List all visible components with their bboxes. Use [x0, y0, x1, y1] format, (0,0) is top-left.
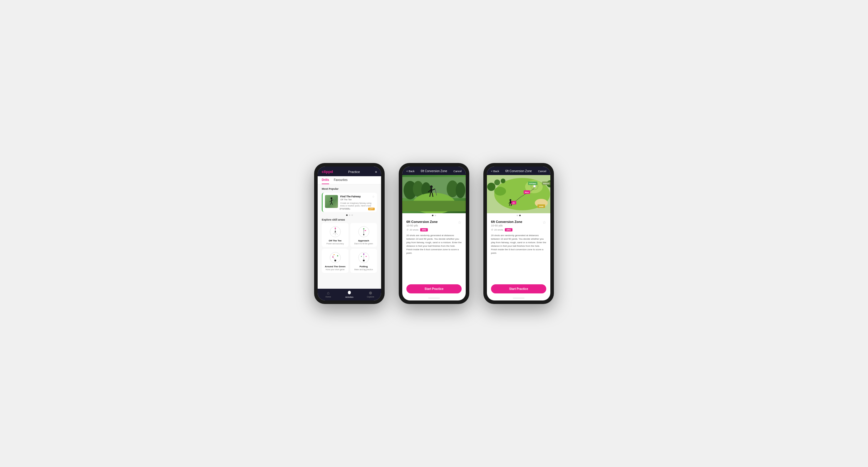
phone-1-screen: clippd Practice ≡ Drills Favourites Most… [318, 167, 381, 300]
svg-point-0 [331, 197, 332, 199]
tabs-bar: Drills Favourites [318, 176, 381, 185]
nav-home-label: Home [326, 296, 331, 298]
dot-2 [349, 214, 350, 216]
img-dot-2 [435, 215, 436, 216]
phone3-drill-title: 6ft Conversion Zone [505, 169, 532, 173]
detail-star[interactable]: ☆ [458, 220, 462, 225]
atg-icon [329, 251, 342, 264]
skill-approach-name: Approach [358, 239, 369, 242]
svg-point-7 [335, 228, 336, 229]
phone3-cancel-button[interactable]: Cancel [538, 170, 546, 173]
dot-1 [346, 214, 348, 216]
skill-card-approach[interactable]: Approach Dial-in to hit the green [350, 223, 377, 247]
skill-card-atg[interactable]: Around The Green Hone your short game [322, 249, 348, 273]
drill-photo [402, 175, 466, 213]
drill-category-tag: ARG [420, 228, 428, 231]
svg-point-15 [363, 234, 364, 235]
phone-3-screen: < Back 6ft Conversion Zone Cancel [487, 167, 550, 300]
drill-range: 10-50 yds [406, 224, 437, 227]
drill-name: Find The Fairway [340, 195, 375, 198]
phone3-shot-count: ⏱ 20 shots [491, 229, 503, 231]
phone-2: < Back 6ft Conversion Zone Cancel [399, 163, 469, 304]
tab-favourites[interactable]: Favourites [334, 176, 348, 184]
svg-point-14 [363, 228, 364, 229]
svg-point-52 [494, 179, 500, 185]
phone-3: < Back 6ft Conversion Zone Cancel [484, 163, 554, 304]
svg-point-8 [335, 231, 336, 232]
svg-point-35 [456, 182, 465, 198]
svg-line-4 [330, 202, 332, 205]
skill-putting-name: Putting [360, 265, 368, 268]
tab-drills[interactable]: Drills [322, 176, 329, 184]
back-button[interactable]: < Back [406, 170, 414, 173]
svg-text:SAND: SAND [539, 206, 544, 207]
svg-text:Hit: Hit [513, 202, 515, 204]
p3-dot-1 [517, 215, 518, 216]
home-indicator [428, 298, 440, 299]
phone3-tag: ARG [505, 228, 513, 231]
skill-approach-desc: Dial-in to hit the green [354, 243, 373, 245]
skill-card-putting[interactable]: Putting Make and lag practice [350, 249, 377, 273]
svg-point-25 [363, 260, 365, 261]
nav-capture[interactable]: ⊕ Capture [360, 291, 381, 298]
svg-text:ROUGH: ROUGH [543, 183, 550, 185]
phone3-star[interactable]: ☆ [542, 220, 546, 225]
phone3-image-dots [487, 213, 550, 218]
drill-star[interactable]: ☆ [372, 195, 375, 198]
home-icon: ⌂ [327, 291, 330, 295]
golfer-silhouette [329, 197, 334, 206]
svg-rect-40 [431, 188, 432, 193]
nav-activities[interactable]: Activities [339, 291, 360, 298]
skill-ott-desc: Power and accuracy [327, 243, 344, 245]
phone3-drill-info: 6ft Conversion Zone 10-50 yds ☆ ⏱ 20 sho… [487, 218, 550, 257]
drill-category: Off The Tee [340, 198, 375, 201]
svg-point-26 [363, 254, 364, 255]
svg-point-50 [494, 187, 506, 196]
golf-photo-svg [402, 175, 466, 213]
nav-activities-label: Activities [345, 296, 353, 298]
phones-container: clippd Practice ≡ Drills Favourites Most… [314, 163, 554, 304]
nav-capture-label: Capture [367, 296, 374, 298]
phone3-drill-name: 6ft Conversion Zone [491, 220, 522, 224]
featured-drill-card[interactable]: Find The Fairway Off The Tee Create an i… [322, 193, 377, 212]
drill-header-title: 6ft Conversion Zone [421, 169, 447, 173]
phone3-start-practice-button[interactable]: Start Practice [491, 284, 546, 293]
drill-detail-name: 6ft Conversion Zone [406, 220, 437, 224]
phone3-content: Miss Hit FAIRWAY ROUGH SAND [487, 175, 550, 281]
drill-thumbnail [325, 195, 338, 208]
img-dot-1 [432, 215, 433, 216]
phone3-drill-range: 10-50 yds [491, 224, 522, 227]
drill-footer: ⏱ 10 shots OTT [339, 208, 375, 210]
menu-icon[interactable]: ≡ [375, 170, 377, 174]
start-practice-button[interactable]: Start Practice [406, 284, 462, 293]
explore-title: Explore skill areas [322, 218, 377, 221]
skill-card-ott[interactable]: Off The Tee Power and accuracy [322, 223, 348, 247]
image-dots [402, 213, 466, 218]
carousel-dots [322, 214, 377, 216]
header-title: Practice [348, 170, 360, 174]
phone3-back-button[interactable]: < Back [491, 170, 499, 173]
course-map-container: Miss Hit FAIRWAY ROUGH SAND [487, 175, 550, 213]
svg-point-51 [487, 183, 495, 191]
phone3-home-indicator [513, 298, 525, 299]
drill-content: 6ft Conversion Zone 10-50 yds ☆ ⏱ 20 sho… [402, 175, 466, 281]
phone3-shots-row: ⏱ 20 shots ARG [491, 228, 546, 231]
nav-home[interactable]: ⌂ Home [318, 291, 339, 298]
drill-tag: OTT [368, 208, 375, 210]
svg-text:Miss: Miss [525, 192, 529, 193]
svg-point-53 [501, 178, 505, 183]
svg-point-68 [509, 199, 511, 201]
drill-detail-info: 6ft Conversion Zone 10-50 yds ☆ ⏱ 20 sho… [402, 218, 466, 257]
shots-row: ⏱ 20 shots ARG [406, 228, 462, 231]
approach-icon [357, 225, 370, 238]
course-map-svg: Miss Hit FAIRWAY ROUGH SAND [487, 175, 550, 213]
shot-count: ⏱ 20 shots [406, 229, 418, 231]
putting-icon [357, 251, 370, 264]
cancel-button[interactable]: Cancel [454, 170, 462, 173]
drill-shots: ⏱ 10 shots [339, 208, 350, 210]
svg-point-20 [334, 260, 336, 261]
bottom-nav: ⌂ Home Activities ⊕ Capture [318, 289, 381, 300]
phone3-description: 20 shots are randomly generated at dista… [491, 234, 546, 255]
skill-ott-name: Off The Tee [329, 239, 341, 242]
practice-content: Most Popular [318, 185, 381, 289]
